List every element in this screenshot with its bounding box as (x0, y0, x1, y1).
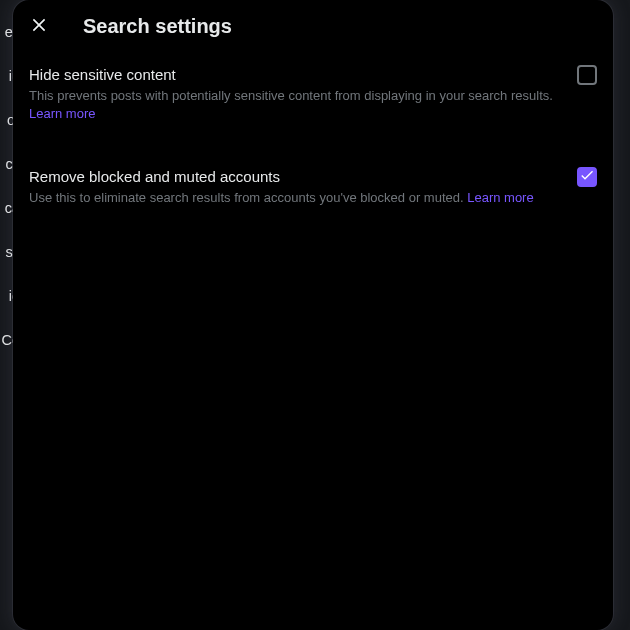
setting-title: Hide sensitive content (29, 65, 176, 85)
close-button[interactable] (21, 9, 57, 45)
remove-blocked-checkbox[interactable] (577, 167, 597, 187)
learn-more-link[interactable]: Learn more (467, 190, 533, 205)
setting-row-top: Remove blocked and muted accounts (29, 167, 597, 187)
setting-remove-blocked: Remove blocked and muted accounts Use th… (13, 155, 613, 219)
learn-more-link[interactable]: Learn more (29, 105, 597, 123)
close-icon (29, 15, 49, 39)
setting-title: Remove blocked and muted accounts (29, 167, 280, 187)
search-settings-modal: Search settings Hide sensitive content T… (13, 0, 613, 630)
setting-desc-text: Use this to eliminate search results fro… (29, 190, 464, 205)
setting-desc-text: This prevents posts with potentially sen… (29, 88, 553, 103)
setting-description: This prevents posts with potentially sen… (29, 87, 597, 123)
checkmark-icon (579, 167, 595, 187)
setting-description: Use this to eliminate search results fro… (29, 189, 597, 207)
modal-header: Search settings (13, 0, 613, 53)
setting-row-top: Hide sensitive content (29, 65, 597, 85)
modal-title: Search settings (83, 15, 232, 38)
setting-hide-sensitive: Hide sensitive content This prevents pos… (13, 53, 613, 135)
hide-sensitive-checkbox[interactable] (577, 65, 597, 85)
